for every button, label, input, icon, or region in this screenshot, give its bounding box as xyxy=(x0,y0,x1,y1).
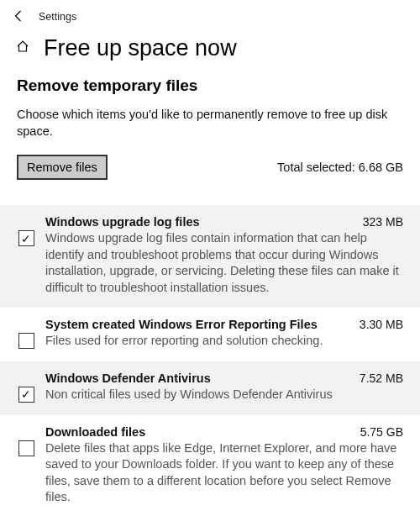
item-title: System created Windows Error Reporting F… xyxy=(45,318,318,331)
section-description: Choose which items you'd like to permane… xyxy=(17,107,403,140)
checkbox[interactable] xyxy=(18,230,34,246)
item-body: Downloaded files5.75 GBDelete files that… xyxy=(45,425,403,506)
file-category-item[interactable]: Windows upgrade log files323 MBWindows u… xyxy=(0,205,420,308)
page-title: Free up space now xyxy=(44,35,237,61)
checkbox-wrap xyxy=(17,215,35,246)
item-body: Windows upgrade log files323 MBWindows u… xyxy=(45,215,403,296)
item-size: 7.52 MB xyxy=(360,371,403,385)
item-body: System created Windows Error Reporting F… xyxy=(45,318,403,350)
item-head: System created Windows Error Reporting F… xyxy=(45,318,403,331)
checkbox[interactable] xyxy=(18,440,34,456)
remove-files-button[interactable]: Remove files xyxy=(17,155,108,180)
file-category-list: Windows upgrade log files323 MBWindows u… xyxy=(0,205,420,511)
item-title: Downloaded files xyxy=(45,425,145,439)
item-size: 5.75 GB xyxy=(360,425,403,439)
item-size: 3.30 MB xyxy=(360,318,403,331)
arrow-left-icon xyxy=(12,8,27,24)
checkbox-wrap xyxy=(17,318,35,349)
file-category-item[interactable]: Windows Defender Antivirus7.52 MBNon cri… xyxy=(0,361,420,415)
item-description: Windows upgrade log files contain inform… xyxy=(45,230,403,296)
item-description: Delete files that apps like Edge, Intern… xyxy=(45,440,403,506)
page-header: Free up space now xyxy=(0,30,420,76)
checkbox[interactable] xyxy=(18,387,34,403)
checkbox-wrap xyxy=(17,425,35,456)
item-size: 323 MB xyxy=(363,215,403,229)
item-title: Windows Defender Antivirus xyxy=(45,371,211,385)
section-heading: Remove temporary files xyxy=(17,76,403,95)
checkbox-wrap xyxy=(17,371,35,403)
file-category-item[interactable]: System created Windows Error Reporting F… xyxy=(0,308,420,361)
total-selected-label: Total selected: 6.68 GB xyxy=(277,161,403,174)
home-button[interactable] xyxy=(15,39,32,58)
item-description: Files used for error reporting and solut… xyxy=(45,333,403,350)
item-head: Downloaded files5.75 GB xyxy=(45,425,403,439)
item-description: Non critical files used by Windows Defen… xyxy=(45,387,403,403)
item-title: Windows upgrade log files xyxy=(45,215,200,229)
item-head: Windows Defender Antivirus7.52 MB xyxy=(45,371,403,385)
action-row: Remove files Total selected: 6.68 GB xyxy=(17,155,403,180)
title-bar: Settings xyxy=(0,0,420,30)
checkbox[interactable] xyxy=(18,333,34,349)
item-head: Windows upgrade log files323 MB xyxy=(45,215,403,229)
app-name: Settings xyxy=(39,11,76,23)
item-body: Windows Defender Antivirus7.52 MBNon cri… xyxy=(45,371,403,403)
section-remove-temp: Remove temporary files Choose which item… xyxy=(0,76,420,205)
back-button[interactable] xyxy=(12,8,24,25)
home-icon xyxy=(15,39,30,54)
file-category-item[interactable]: Downloaded files5.75 GBDelete files that… xyxy=(0,415,420,512)
